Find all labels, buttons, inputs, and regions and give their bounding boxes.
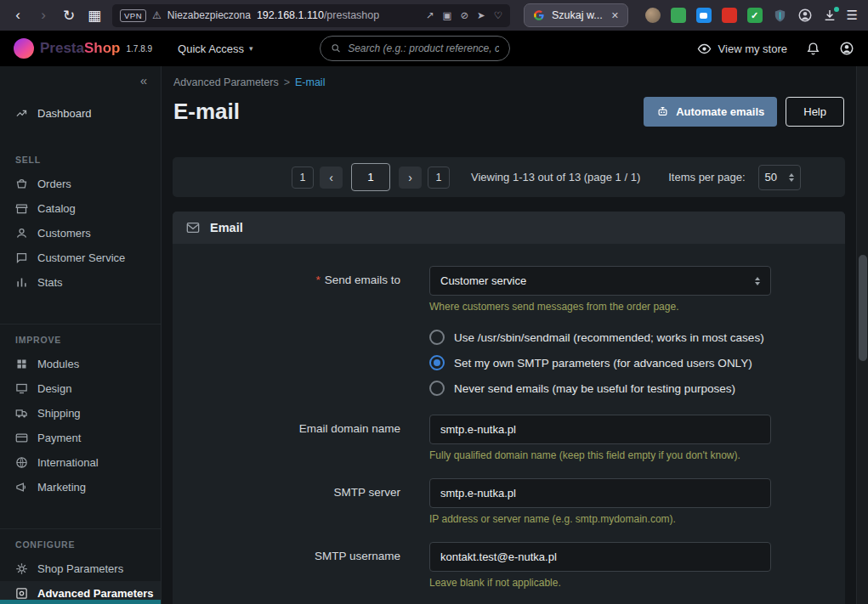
scrollbar-track[interactable] <box>856 66 868 604</box>
admin-search[interactable] <box>320 36 510 61</box>
sidebar-item-marketing[interactable]: Marketing <box>0 475 161 500</box>
search-tab[interactable]: Szukaj w... ✕ <box>524 3 628 27</box>
sidebar-collapse-icon[interactable]: « <box>127 66 161 87</box>
forward-icon[interactable]: › <box>32 4 54 26</box>
bookmark-heart-icon[interactable]: ♡ <box>494 9 502 21</box>
radio-never-send[interactable] <box>429 381 445 396</box>
close-icon[interactable]: ✕ <box>611 10 619 21</box>
breadcrumb-parent[interactable]: Advanced Parameters <box>173 76 279 88</box>
sidebar-section-sell: SELL Orders Catalog Customers Customer S… <box>0 144 161 295</box>
help-button[interactable]: Help <box>786 97 844 127</box>
share-icon[interactable]: ↗ <box>426 9 434 21</box>
sidebar-item-catalog[interactable]: Catalog <box>0 196 161 221</box>
section-title: SELL <box>0 155 161 172</box>
downloads-icon[interactable] <box>823 8 837 22</box>
sidebar-item-label: Design <box>37 382 71 395</box>
orders-icon <box>15 178 28 190</box>
smtp-server-input[interactable] <box>429 478 771 508</box>
advanced-parameters-icon <box>15 587 28 600</box>
radio-sendmail-label[interactable]: Use /usr/sbin/sendmail (recommended; wor… <box>454 331 764 344</box>
select-arrows-icon <box>755 277 760 285</box>
sidebar-item-label: Catalog <box>37 202 76 215</box>
field-label: *Send emails to <box>173 266 429 313</box>
green-extension-icon[interactable] <box>671 8 686 23</box>
chevron-down-icon: ▾ <box>249 44 253 53</box>
sidebar-item-stats[interactable]: Stats <box>0 270 161 295</box>
url-text: 192.168.1.110/prestashop <box>257 9 379 21</box>
blocked-icon[interactable]: ⊘ <box>460 9 468 21</box>
sidebar-item-orders[interactable]: Orders <box>0 172 161 196</box>
email-domain-input[interactable] <box>429 415 771 444</box>
items-per-page-label: Items per page: <box>668 171 745 183</box>
sidebar-item-label: Payment <box>37 432 81 444</box>
radio-never-send-label[interactable]: Never send emails (may be useful for tes… <box>454 382 735 395</box>
shield-extension-icon[interactable] <box>773 8 787 23</box>
pagination-bar: 1 ‹ › 1 Viewing 1-13 out of 13 (page 1 /… <box>173 157 845 197</box>
send-icon[interactable]: ➤ <box>477 9 485 21</box>
sidebar-item-shipping[interactable]: Shipping <box>0 401 161 426</box>
prestashop-logo[interactable] <box>14 38 34 59</box>
view-store-link[interactable]: View my store <box>697 42 787 56</box>
automate-emails-button[interactable]: Automate emails <box>644 97 777 127</box>
avatar-extension-icon[interactable] <box>645 8 661 23</box>
payment-icon <box>15 432 28 444</box>
sidebar-item-label: Modules <box>37 358 79 370</box>
reload-icon[interactable]: ↻ <box>58 4 80 26</box>
search-input[interactable] <box>348 42 498 54</box>
prestashop-topbar: Presta Shop 1.7.8.9 Quick Access ▾ View … <box>0 31 868 66</box>
back-icon[interactable]: ‹ <box>7 4 29 26</box>
panel-title: Email <box>210 221 243 234</box>
menu-icon[interactable]: ☰ <box>847 8 858 23</box>
vpn-badge[interactable]: VPN <box>120 9 146 22</box>
page-input[interactable] <box>351 163 390 191</box>
smtp-server-row: SMTP server IP address or server name (e… <box>173 478 845 525</box>
radio-smtp-label[interactable]: Set my own SMTP parameters (for advanced… <box>454 357 752 370</box>
send-emails-to-label: Send emails to <box>325 274 400 286</box>
sidebar-item-modules[interactable]: Modules <box>0 352 161 376</box>
viewing-summary: Viewing 1-13 out of 13 (page 1 / 1) <box>471 171 640 183</box>
screenshot-icon[interactable]: ▣ <box>443 9 452 21</box>
sidebar-item-customer-service[interactable]: Customer Service <box>0 246 161 270</box>
send-emails-to-row: *Send emails to Customer service Where c… <box>173 266 845 313</box>
items-per-page-select[interactable]: 50 <box>758 165 801 190</box>
sidebar-item-international[interactable]: International <box>0 450 161 475</box>
radio-smtp[interactable] <box>429 355 445 370</box>
sidebar-item-label: Dashboard <box>37 107 92 120</box>
page-header: E-mail Automate emails Help <box>162 90 856 127</box>
first-page-button[interactable]: 1 <box>292 167 314 189</box>
sidebar-item-dashboard[interactable]: Dashboard <box>0 101 161 126</box>
sidebar-item-customers[interactable]: Customers <box>0 221 161 246</box>
smtp-username-input[interactable] <box>429 542 771 572</box>
stats-icon <box>15 276 28 289</box>
notifications-bell-icon[interactable] <box>806 42 820 56</box>
send-emails-to-select[interactable]: Customer service <box>429 266 771 296</box>
tab-title: Szukaj w... <box>552 9 603 21</box>
next-page-button[interactable]: › <box>399 167 422 189</box>
search-icon <box>331 42 342 54</box>
url-bar[interactable]: VPN ⚠ Niezabezpieczona 192.168.1.110/pre… <box>112 4 510 27</box>
red-extension-icon[interactable] <box>722 8 737 23</box>
page-title: E-mail <box>173 99 240 125</box>
previous-page-button[interactable]: ‹ <box>320 167 343 189</box>
envelope-icon <box>185 221 201 234</box>
apps-grid-icon[interactable]: ▦ <box>83 4 105 26</box>
sidebar-item-design[interactable]: Design <box>0 376 161 401</box>
quick-access-menu[interactable]: Quick Access ▾ <box>178 42 253 55</box>
catalog-icon <box>15 202 28 215</box>
sidebar-item-label: Shop Parameters <box>37 562 123 575</box>
shipping-icon <box>15 407 28 420</box>
profile-icon[interactable] <box>839 41 854 56</box>
eye-icon <box>697 42 712 56</box>
check-extension-icon[interactable]: ✓ <box>747 8 763 23</box>
scrollbar-thumb[interactable] <box>859 255 867 361</box>
sidebar-item-payment[interactable]: Payment <box>0 426 161 450</box>
account-icon[interactable] <box>797 8 813 23</box>
view-store-label: View my store <box>718 42 787 55</box>
chat-extension-icon[interactable] <box>696 8 712 23</box>
sidebar-item-shop-parameters[interactable]: Shop Parameters <box>0 556 161 581</box>
radio-sendmail[interactable] <box>429 330 445 345</box>
radio-row-smtp: Set my own SMTP parameters (for advanced… <box>429 355 820 370</box>
browser-chrome: ‹ › ↻ ▦ VPN ⚠ Niezabezpieczona 192.168.1… <box>0 0 868 31</box>
last-page-button[interactable]: 1 <box>428 167 450 189</box>
sidebar-item-label: Shipping <box>37 407 81 420</box>
